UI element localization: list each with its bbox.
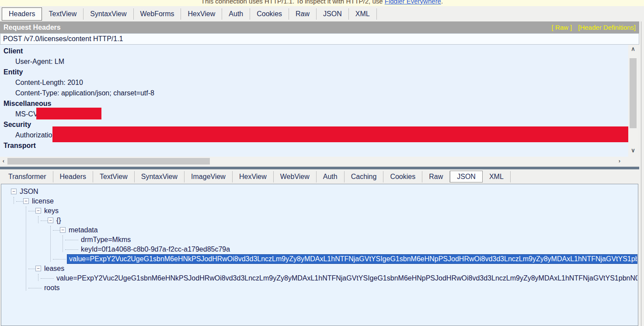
tree-collapse-icon[interactable]: − <box>11 189 17 194</box>
request-tab-hexview[interactable]: HexView <box>181 8 222 20</box>
tree-row-keys[interactable]: − keys <box>1 206 638 216</box>
tree-node-label: roots <box>44 283 60 293</box>
raw-link[interactable]: [ Raw ] <box>552 24 572 31</box>
tree-collapse-icon[interactable]: − <box>48 217 53 223</box>
response-tab-json[interactable]: JSON <box>450 171 483 182</box>
tree-connector <box>28 211 35 211</box>
request-tab-auth[interactable]: Auth <box>222 8 250 20</box>
horizontal-scrollbar-thumb[interactable] <box>7 158 210 165</box>
response-inspector-tabs: Transformer Headers TextView SyntaxView … <box>0 169 644 184</box>
response-tab-cookies[interactable]: Cookies <box>383 171 422 182</box>
tree-node-label: leases <box>44 264 64 273</box>
response-tab-raw[interactable]: Raw <box>422 171 450 182</box>
tree-node-label: license <box>32 196 54 206</box>
tree-connector <box>16 201 23 202</box>
response-tab-auth[interactable]: Auth <box>317 171 345 182</box>
request-inspector-tabs: Headers TextView SyntaxView WebForms Hex… <box>0 6 644 21</box>
tree-row-roots[interactable]: roots <box>1 283 638 293</box>
request-headers-content: Client User-Agent: LM Entity Content-Len… <box>0 45 628 157</box>
header-entry-content-length: Content-Length: 2010 <box>0 77 628 88</box>
response-tab-syntaxview[interactable]: SyntaxView <box>135 171 184 182</box>
redaction-box-authorization <box>52 126 628 142</box>
connection-notice-text: This connection uses HTTP/1.1. To inspec… <box>201 0 383 5</box>
request-tab-headers[interactable]: Headers <box>2 7 42 21</box>
fiddler-everywhere-link[interactable]: Fiddler Everywhere <box>385 0 441 5</box>
tree-collapse-icon[interactable]: − <box>35 208 41 214</box>
tree-connector <box>65 249 78 250</box>
tree-row-keyid[interactable]: keyId=0f1a4068-c8b0-9d7a-f2cc-a179ed85c7… <box>1 245 638 254</box>
header-definitions-link[interactable]: [Header Definitions] <box>578 24 636 31</box>
header-section-entity: Entity <box>0 67 628 77</box>
tree-node-label: metadata <box>69 225 98 235</box>
tree-collapse-icon[interactable]: − <box>35 266 41 271</box>
response-tab-headers[interactable]: Headers <box>53 171 93 182</box>
headers-horizontal-scrollbar[interactable]: ‹ › <box>0 157 628 166</box>
header-entry-user-agent: User-Agent: LM <box>0 56 628 67</box>
header-entry-content-type: Content-Type: application/json; charset=… <box>0 88 628 98</box>
tree-node-label: {} <box>56 216 61 225</box>
request-tab-xml[interactable]: XML <box>349 8 377 20</box>
tree-connector <box>41 221 48 221</box>
request-headers-title: Request Headers <box>3 24 61 32</box>
request-tab-syntaxview[interactable]: SyntaxView <box>84 8 133 20</box>
vertical-scrollbar-thumb[interactable] <box>630 58 637 128</box>
response-tab-imageview[interactable]: ImageView <box>184 171 233 182</box>
scroll-right-icon[interactable]: › <box>616 158 623 165</box>
scroll-down-icon[interactable]: ∨ <box>630 147 637 154</box>
headers-vertical-scrollbar[interactable]: ∧ ∨ <box>628 45 638 157</box>
tree-connector <box>28 269 35 269</box>
tree-connector <box>41 278 54 279</box>
response-tab-caching[interactable]: Caching <box>345 171 384 182</box>
tree-row-object[interactable]: − {} <box>1 216 638 225</box>
tree-row-drmtype[interactable]: drmType=Mkms <box>1 235 638 245</box>
tree-row-leases[interactable]: − leases <box>1 264 638 273</box>
request-tab-raw[interactable]: Raw <box>289 8 317 20</box>
connection-notice-banner: This connection uses HTTP/1.1. To inspec… <box>0 0 644 6</box>
tree-row-json[interactable]: − JSON <box>1 187 638 196</box>
tree-row-metadata[interactable]: − metadata <box>1 225 638 235</box>
tree-row-license[interactable]: − license <box>1 196 638 206</box>
request-tab-textview[interactable]: TextView <box>42 8 84 20</box>
response-tab-hexview[interactable]: HexView <box>233 171 274 182</box>
request-line: POST /v7.0/licenses/content HTTP/1.1 <box>0 33 639 45</box>
response-tab-xml[interactable]: XML <box>483 171 511 182</box>
json-tree-panel: − JSON − license − keys − {} − metadata … <box>1 184 638 326</box>
scroll-left-icon[interactable]: ‹ <box>0 158 7 165</box>
tree-collapse-icon[interactable]: − <box>60 227 66 233</box>
response-tab-transformer[interactable]: Transformer <box>2 171 53 182</box>
request-tab-webforms[interactable]: WebForms <box>134 8 181 20</box>
tree-node-label: JSON <box>20 187 38 196</box>
tree-node-label: keyId=0f1a4068-c8b0-9d7a-f2cc-a179ed85c7… <box>81 245 230 254</box>
connection-notice-period: . <box>441 0 443 5</box>
response-tab-webview[interactable]: WebView <box>274 171 317 182</box>
scroll-up-icon[interactable]: ∧ <box>630 46 637 53</box>
tree-connector <box>53 230 60 231</box>
tree-row-keys-value[interactable]: value=PExpY2Vuc2UgeG1sbnM6eHNkPSJodHRwOi… <box>1 254 638 264</box>
redaction-box-ms-cv <box>36 108 101 119</box>
tree-node-label: keys <box>44 206 59 216</box>
scrollbar-corner <box>628 157 639 166</box>
tree-node-label: drmType=Mkms <box>81 235 131 245</box>
response-tab-textview[interactable]: TextView <box>93 171 135 182</box>
tree-connector <box>53 259 66 259</box>
tree-collapse-icon[interactable]: − <box>23 198 29 204</box>
tree-node-label: value=PExpY2Vuc2UgeG1sbnM6eHNkPSJodHRwOi… <box>67 254 637 264</box>
request-tab-cookies[interactable]: Cookies <box>250 8 289 20</box>
tree-row-leases-value[interactable]: value=PExpY2Vuc2UgeG1sbnM6eHNkPSJodHRwOi… <box>1 273 638 283</box>
tree-connector <box>65 240 78 240</box>
json-tree: − JSON − license − keys − {} − metadata … <box>1 184 638 293</box>
tree-connector <box>28 288 42 288</box>
tree-node-label: value=PExpY2Vuc2UgeG1sbnM6eHNkPSJodHRwOi… <box>56 273 637 283</box>
header-section-client: Client <box>0 46 628 56</box>
request-tab-json[interactable]: JSON <box>317 8 349 20</box>
window-edge-line <box>641 21 641 326</box>
request-headers-bar: Request Headers [ Raw ] [Header Definiti… <box>0 21 639 33</box>
